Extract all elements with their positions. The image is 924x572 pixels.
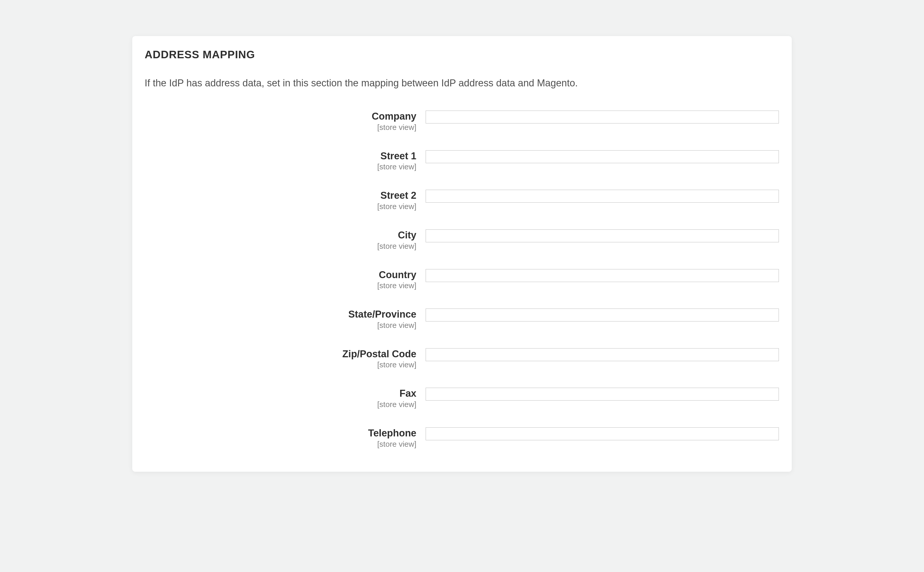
label-column: Street 2 [store view] xyxy=(145,190,426,211)
label-column: Fax [store view] xyxy=(145,388,426,409)
company-scope: [store view] xyxy=(145,123,416,132)
label-column: State/Province [store view] xyxy=(145,309,426,330)
city-label: City xyxy=(145,229,416,241)
form-row-zip-postal: Zip/Postal Code [store view] xyxy=(145,348,779,369)
input-column xyxy=(426,427,779,440)
form-row-state-province: State/Province [store view] xyxy=(145,309,779,330)
street1-label: Street 1 xyxy=(145,150,416,162)
city-input[interactable] xyxy=(426,229,779,242)
state-province-label: State/Province xyxy=(145,309,416,320)
input-column xyxy=(426,388,779,401)
form-row-country: Country [store view] xyxy=(145,269,779,290)
zip-postal-input[interactable] xyxy=(426,348,779,361)
section-title: ADDRESS MAPPING xyxy=(145,48,779,61)
form-row-city: City [store view] xyxy=(145,229,779,250)
form-row-telephone: Telephone [store view] xyxy=(145,427,779,449)
input-column xyxy=(426,190,779,203)
country-scope: [store view] xyxy=(145,281,416,290)
street2-scope: [store view] xyxy=(145,202,416,211)
country-input[interactable] xyxy=(426,269,779,282)
telephone-input[interactable] xyxy=(426,427,779,440)
input-column xyxy=(426,269,779,282)
state-province-scope: [store view] xyxy=(145,321,416,330)
label-column: City [store view] xyxy=(145,229,426,250)
fax-label: Fax xyxy=(145,388,416,399)
input-column xyxy=(426,348,779,361)
input-column xyxy=(426,229,779,242)
fax-input[interactable] xyxy=(426,388,779,401)
form-row-street2: Street 2 [store view] xyxy=(145,190,779,211)
street1-input[interactable] xyxy=(426,150,779,163)
section-description: If the IdP has address data, set in this… xyxy=(145,76,779,90)
fax-scope: [store view] xyxy=(145,400,416,409)
zip-postal-scope: [store view] xyxy=(145,361,416,369)
street1-scope: [store view] xyxy=(145,162,416,171)
zip-postal-label: Zip/Postal Code xyxy=(145,348,416,360)
label-column: Company [store view] xyxy=(145,110,426,132)
form-row-fax: Fax [store view] xyxy=(145,388,779,409)
telephone-scope: [store view] xyxy=(145,440,416,449)
street2-label: Street 2 xyxy=(145,190,416,202)
input-column xyxy=(426,150,779,163)
company-label: Company xyxy=(145,110,416,123)
street2-input[interactable] xyxy=(426,190,779,203)
city-scope: [store view] xyxy=(145,242,416,250)
input-column xyxy=(426,110,779,123)
label-column: Street 1 [store view] xyxy=(145,150,426,171)
address-mapping-panel: ADDRESS MAPPING If the IdP has address d… xyxy=(132,36,792,472)
label-column: Country [store view] xyxy=(145,269,426,290)
country-label: Country xyxy=(145,269,416,281)
state-province-input[interactable] xyxy=(426,309,779,322)
form-row-street1: Street 1 [store view] xyxy=(145,150,779,171)
telephone-label: Telephone xyxy=(145,427,416,439)
input-column xyxy=(426,309,779,322)
company-input[interactable] xyxy=(426,110,779,123)
form-row-company: Company [store view] xyxy=(145,110,779,132)
label-column: Zip/Postal Code [store view] xyxy=(145,348,426,369)
label-column: Telephone [store view] xyxy=(145,427,426,449)
